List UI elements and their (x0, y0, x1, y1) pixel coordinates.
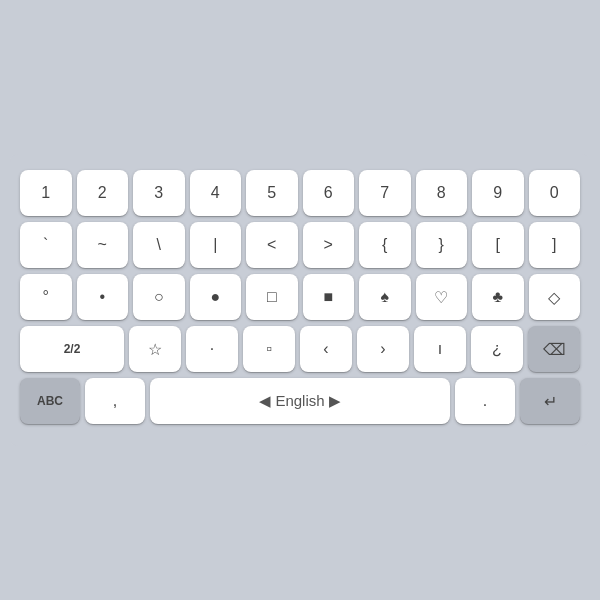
key-k_langle[interactable]: ‹ (300, 326, 352, 372)
key-k5[interactable]: 5 (246, 170, 298, 216)
key-k_lt[interactable]: < (246, 222, 298, 268)
key-row-5: ABC,◀ English ▶.↵ (20, 378, 580, 424)
key-k_spade[interactable]: ♠ (359, 274, 411, 320)
key-k_return[interactable]: ↵ (520, 378, 580, 424)
key-k9[interactable]: 9 (472, 170, 524, 216)
key-row-4: 2/2☆·▫‹›ı¿⌫ (20, 326, 580, 372)
key-k_degree[interactable]: ° (20, 274, 72, 320)
key-k0[interactable]: 0 (529, 170, 581, 216)
key-k2[interactable]: 2 (77, 170, 129, 216)
key-k_comma[interactable]: , (85, 378, 145, 424)
key-k_backspace[interactable]: ⌫ (528, 326, 580, 372)
key-k_space[interactable]: ◀ English ▶ (150, 378, 450, 424)
key-k_invertedq[interactable]: ¿ (471, 326, 523, 372)
key-k_dotlessi[interactable]: ı (414, 326, 466, 372)
key-k_abc[interactable]: ABC (20, 378, 80, 424)
key-k_backtick[interactable]: ` (20, 222, 72, 268)
key-k_middot[interactable]: · (186, 326, 238, 372)
key-k_rangle[interactable]: › (357, 326, 409, 372)
key-row-1: 1234567890 (20, 170, 580, 216)
key-k_circle[interactable]: ○ (133, 274, 185, 320)
key-k_lbrace[interactable]: { (359, 222, 411, 268)
key-k_star[interactable]: ☆ (129, 326, 181, 372)
key-k_filledsquare[interactable]: ■ (303, 274, 355, 320)
key-k7[interactable]: 7 (359, 170, 411, 216)
key-k6[interactable]: 6 (303, 170, 355, 216)
key-k_tilde[interactable]: ~ (77, 222, 129, 268)
key-k_filledcircle[interactable]: ● (190, 274, 242, 320)
key-k_gt[interactable]: > (303, 222, 355, 268)
keyboard: 1234567890`~\|<>{}[]°•○●□■♠♡♣◇2/2☆·▫‹›ı¿… (10, 154, 590, 446)
key-row-3: °•○●□■♠♡♣◇ (20, 274, 580, 320)
key-k_square[interactable]: □ (246, 274, 298, 320)
key-k_rbracket[interactable]: ] (529, 222, 581, 268)
key-k_lbracket[interactable]: [ (472, 222, 524, 268)
key-k1[interactable]: 1 (20, 170, 72, 216)
key-k8[interactable]: 8 (416, 170, 468, 216)
key-row-2: `~\|<>{}[] (20, 222, 580, 268)
key-k_rbrace[interactable]: } (416, 222, 468, 268)
key-k_diamond[interactable]: ◇ (529, 274, 581, 320)
key-k_heart[interactable]: ♡ (416, 274, 468, 320)
key-k_22[interactable]: 2/2 (20, 326, 124, 372)
key-k_dot[interactable]: • (77, 274, 129, 320)
key-k_smallsquare[interactable]: ▫ (243, 326, 295, 372)
key-k4[interactable]: 4 (190, 170, 242, 216)
key-k_pipe[interactable]: | (190, 222, 242, 268)
key-k_backslash[interactable]: \ (133, 222, 185, 268)
key-k_period[interactable]: . (455, 378, 515, 424)
key-k_club[interactable]: ♣ (472, 274, 524, 320)
key-k3[interactable]: 3 (133, 170, 185, 216)
